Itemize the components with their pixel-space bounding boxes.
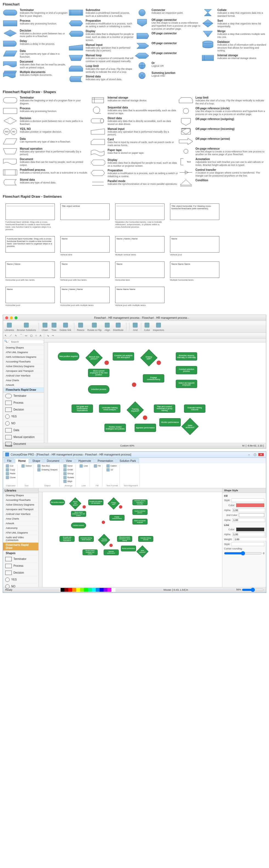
ribbon-tab-presentation[interactable]: Presentation [95,458,116,463]
toolbar-delete-link[interactable]: Delete link [60,322,71,332]
toolbar-libraries[interactable]: Libraries [5,322,14,332]
flow-node[interactable]: Select and appoint employee [132,519,147,525]
search-input[interactable] [8,340,44,344]
shape-palette-item[interactable]: Process [3,400,44,406]
zoom-icon[interactable] [14,316,18,319]
flow-node[interactable]: Conduct selection process [176,366,197,374]
ribbon-tab-shape[interactable]: Shape [29,458,43,463]
ribbon-button[interactable]: Fill [94,464,101,468]
minimize-icon[interactable]: – [246,453,251,456]
flow-node[interactable]: New position required [50,499,65,505]
flow-node[interactable]: Monitor performance [159,418,181,427]
sidebar-item[interactable]: AWS Architecture Diagrams [3,355,44,360]
flow-node[interactable]: Engage contractor/temp [143,374,164,382]
rect-tool-icon[interactable]: ▭ [25,334,27,337]
sidebar-item[interactable]: ATM UML Diagrams [3,530,38,535]
ribbon-button[interactable]: Calibri [106,464,118,468]
flow-node[interactable]: Recruit new person? [86,349,103,366]
toolbar-tree[interactable]: Tree [51,322,57,332]
toolbar-resize[interactable]: Resize [77,322,85,332]
ribbon-button[interactable]: Order [63,468,74,471]
flow-node[interactable]: Appraise performance [104,550,119,555]
sidebar-item-selected[interactable]: Flowcharts Rapid Draw [3,388,44,393]
flow-node[interactable]: Move current employee to the new positio… [88,369,109,377]
flow-node[interactable]: Move current employee to the new positio… [71,511,86,517]
sidebar-item[interactable]: Android User Interface [3,512,38,517]
sidebar-item[interactable]: Aerospace and Transport [3,507,38,512]
line-color-swatch[interactable] [236,527,264,531]
flow-node[interactable]: Evaluate training outcome [138,536,153,542]
ribbon-button[interactable]: Cut [6,464,15,468]
flow-node[interactable]: Advertise vacancy internally or external… [176,352,197,361]
sidebar-item[interactable]: Area Charts [3,378,44,383]
fill-color-swatch[interactable] [236,503,264,507]
flow-node[interactable]: Undertake training needs analysis [99,404,121,413]
sidebar-item[interactable]: Drawing Shapes [3,345,44,350]
arc-tool-icon[interactable]: ⌒ [20,334,22,337]
flow-node[interactable]: Undertake training needs analysis [79,536,94,542]
flow-node[interactable]: New position required [58,352,79,361]
sidebar-item[interactable]: Artwork [3,383,44,388]
toolbar-align[interactable]: Align [104,322,110,332]
flow-node[interactable]: Review reward strategies and policies [104,424,126,432]
mac-canvas[interactable]: New position requiredRecruit new person?… [44,339,266,443]
ribbon-tab-hypernote[interactable]: Hypernote [75,458,94,463]
sidebar-item[interactable]: Aerospace and Transport [3,369,44,373]
ribbon-button[interactable]: Rotate [63,476,74,479]
flow-node[interactable]: Plan and conduct individual or group tra… [117,536,132,542]
ribbon-button[interactable]: Group [63,472,74,475]
flow-node[interactable]: Consider job analysis Job description [113,352,134,361]
flow-node[interactable]: Induction process [88,385,109,394]
decision-no-dot[interactable] [82,505,86,508]
ribbon-button[interactable]: Line [79,464,88,468]
zoom-level[interactable]: 56% [236,588,241,591]
flow-node[interactable]: Monitor performance [121,546,136,551]
close-icon[interactable] [5,316,8,319]
fill-color2-swatch[interactable] [239,513,264,517]
sidebar-item[interactable]: Area Charts [3,517,38,521]
minimize-icon[interactable] [10,316,13,319]
maximize-icon[interactable]: ▢ [252,453,258,456]
shape-palette-item[interactable]: YES [3,413,44,420]
sidebar-item[interactable]: Accounting Flowcharts [3,498,38,502]
line-weight-input[interactable] [233,537,266,541]
sidebar-item[interactable]: Artwork [3,521,38,526]
flow-node[interactable]: Employ staff? [108,497,120,509]
shape-palette-item[interactable]: Decision [3,406,44,413]
line-tool-icon[interactable]: ／ [10,334,12,337]
toolbar-color[interactable]: Color [144,322,150,332]
ribbon-button[interactable]: Align [63,480,74,483]
flow-node[interactable]: Consider job analysis Job description [88,499,103,505]
shape-palette-item[interactable]: YES [3,577,38,583]
ribbon-tab-home[interactable]: Home [15,458,29,463]
toolbar-inspectors[interactable]: Inspectors [153,322,164,332]
zoom-slider[interactable] [242,588,264,592]
shape-palette-item[interactable]: Terminator [3,556,38,563]
sidebar-item[interactable]: ATM UML Diagrams [3,350,44,355]
ribbon-button[interactable]: Clone [6,476,15,479]
ribbon-button[interactable]: Drawing Shapes [37,468,58,471]
flow-node[interactable]: Induction process [71,523,86,528]
ribbon-button[interactable]: Paste [6,472,15,475]
shape-palette-item[interactable]: Data [3,427,44,434]
toolbar-browse-solutions[interactable]: Browse Solutions [17,322,36,332]
toolbar-grid[interactable]: Grid [132,322,138,332]
decision-no-dot[interactable] [157,361,161,365]
decision-no-dot[interactable] [132,382,136,387]
text-tool-icon[interactable]: A [39,334,41,337]
toolbar-chain[interactable]: Chain [42,322,48,332]
connector-tool-icon[interactable]: ↘ [47,334,49,337]
zoom-level[interactable]: Custom 60% [120,444,134,447]
decision-no-dot[interactable] [102,521,105,524]
flow-node[interactable]: Skills achieved? [181,418,199,435]
shape-palette-item[interactable]: Manual operation [3,434,44,441]
ribbon-tab-file[interactable]: File [4,458,14,463]
decision-no-dot[interactable] [119,505,122,508]
sidebar-item[interactable]: Active Directory Diagrams [3,364,44,369]
flow-node[interactable]: Training required? [98,534,110,546]
corner-rounding-slider[interactable] [224,551,262,556]
pointer-tool-icon[interactable]: ↖ [5,334,7,337]
sidebar-item[interactable]: Audio and Video Connectors [3,535,38,542]
flow-node[interactable]: Skills achieved? [137,545,148,557]
color-palette[interactable] [61,588,115,592]
